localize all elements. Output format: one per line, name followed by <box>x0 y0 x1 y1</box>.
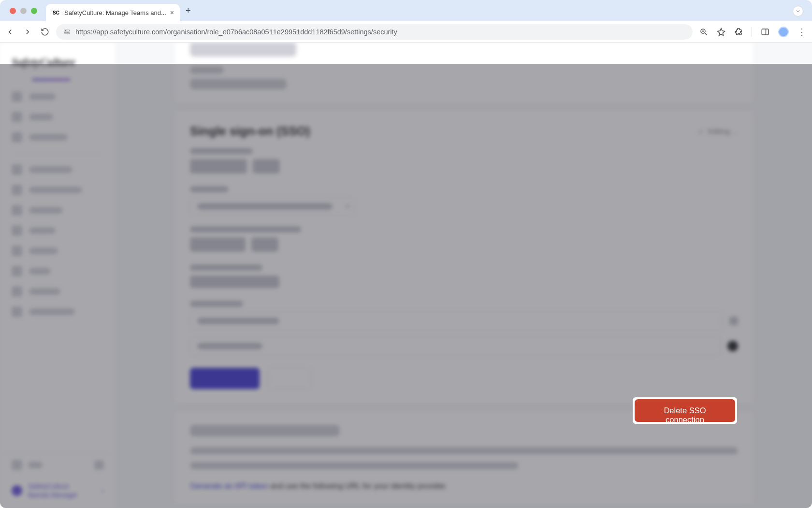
new-tab-button[interactable]: + <box>186 0 191 21</box>
sidebar-item[interactable] <box>0 107 116 127</box>
scim-footer-suffix: and use the following URL for your ident… <box>268 482 447 490</box>
app-logo: SafetyCulture <box>12 56 116 69</box>
sso-url-input[interactable] <box>190 312 723 330</box>
sidebar-item[interactable] <box>0 200 116 220</box>
logo-underline <box>32 79 71 81</box>
browser-window: SC SafetyCulture: Manage Teams and... × … <box>0 0 812 508</box>
org-name-line1: SafetyCulture <box>28 482 96 491</box>
sso-card: Single sign-on (SSO) Editing ... <box>174 110 754 404</box>
tab-strip: SC SafetyCulture: Manage Teams and... × … <box>0 0 812 21</box>
forward-icon[interactable] <box>23 28 32 36</box>
app-viewport: SafetyCulture <box>0 43 812 508</box>
svg-rect-1 <box>64 32 70 34</box>
profile-avatar-icon[interactable] <box>778 27 789 37</box>
sidebar-item[interactable] <box>0 160 116 180</box>
sso-section-title: Single sign-on (SSO) <box>190 124 310 138</box>
org-name-line2: Barista Manager <box>28 491 96 499</box>
sidebar-item[interactable] <box>0 87 116 107</box>
editing-indicator: Editing ... <box>698 127 738 135</box>
sidebar-item[interactable] <box>0 241 116 261</box>
cancel-button[interactable] <box>267 368 312 389</box>
tabs-dropdown-button[interactable] <box>793 6 803 16</box>
sidebar-item[interactable] <box>0 261 116 281</box>
window-controls <box>10 0 37 21</box>
sidebar-footer-item[interactable] <box>0 454 116 476</box>
reload-icon[interactable] <box>41 28 49 36</box>
browser-toolbar: https://app.safetyculture.com/organisati… <box>0 21 812 43</box>
maximize-window-icon[interactable] <box>31 8 37 14</box>
sso-actions <box>190 367 738 390</box>
copy-icon[interactable] <box>729 317 738 325</box>
scim-footer-prefix: Generate an <box>190 482 235 490</box>
sidepanel-icon[interactable] <box>761 28 769 36</box>
toggle-switch[interactable] <box>727 341 738 351</box>
site-settings-icon[interactable] <box>63 28 71 36</box>
chevron-right-icon: › <box>102 486 104 495</box>
minimize-window-icon[interactable] <box>20 8 27 14</box>
svg-rect-5 <box>762 29 768 35</box>
toolbar-separator <box>752 27 752 37</box>
sidebar-item[interactable] <box>0 281 116 302</box>
scim-card: Generate an API token and use the follow… <box>174 411 754 505</box>
svg-point-2 <box>65 30 66 31</box>
pencil-icon <box>698 128 705 135</box>
main-content: Single sign-on (SSO) Editing ... <box>116 43 812 508</box>
back-icon[interactable] <box>6 28 14 36</box>
close-tab-icon[interactable]: × <box>170 9 174 16</box>
tab-favicon: SC <box>52 8 60 17</box>
extensions-icon[interactable] <box>734 28 743 36</box>
delete-sso-button[interactable]: Delete SSO connection <box>635 399 735 422</box>
browser-tab[interactable]: SC SafetyCulture: Manage Teams and... × <box>46 4 180 21</box>
sidebar-nav <box>0 87 116 453</box>
settings-card <box>174 43 754 103</box>
save-button[interactable] <box>190 368 260 389</box>
sidebar-item[interactable] <box>0 180 116 200</box>
zoom-icon[interactable] <box>699 28 708 36</box>
address-bar[interactable]: https://app.safetyculture.com/organisati… <box>56 24 693 40</box>
editing-label: Editing ... <box>708 127 738 135</box>
svg-point-3 <box>68 32 69 33</box>
sidebar-item[interactable] <box>0 220 116 241</box>
sidebar-item[interactable] <box>0 127 116 147</box>
tab-title: SafetyCulture: Manage Teams and... <box>64 9 166 16</box>
org-avatar-icon <box>12 485 22 496</box>
org-switcher[interactable]: SafetyCulture Barista Manager › <box>0 476 116 508</box>
url-text: https://app.safetyculture.com/organisati… <box>75 28 397 36</box>
svg-rect-0 <box>64 30 70 31</box>
close-window-icon[interactable] <box>10 8 16 14</box>
sidebar-item[interactable] <box>0 302 116 322</box>
bookmark-icon[interactable] <box>717 28 725 36</box>
api-token-link[interactable]: API token <box>235 482 268 490</box>
sso-toggle-input[interactable] <box>190 337 721 355</box>
browser-menu-icon[interactable]: ⋮ <box>798 27 806 37</box>
sidebar: SafetyCulture <box>0 43 116 508</box>
